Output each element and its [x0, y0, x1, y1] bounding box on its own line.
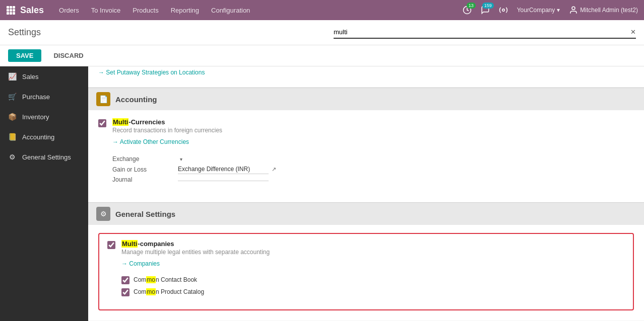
app-brand: Sales — [20, 5, 44, 16]
navbar-right: 13 159 YourCompany ▾ Mitchell Admin (tes… — [463, 6, 638, 15]
content-area: → Set Putaway Strategies on Locations 📄 … — [88, 66, 644, 321]
general-settings-icon: ⚙ — [7, 152, 17, 162]
sidebar-item-general-settings[interactable]: ⚙ General Settings — [0, 147, 88, 167]
common-product-highlight: mo — [146, 288, 156, 295]
svg-point-10 — [502, 9, 504, 12]
general-settings-block: Multi-companies Manage multiple legal en… — [88, 225, 644, 320]
general-settings-section-icon: ⚙ — [96, 207, 110, 221]
accounting-section: 📄 Accounting Multi-Currencies Record tra… — [88, 88, 644, 202]
multi-currencies-highlight: Multi — [112, 118, 128, 126]
purchase-icon: 🛒 — [7, 92, 17, 102]
top-nav: Orders To Invoice Products Reporting Con… — [54, 5, 463, 16]
multi-companies-highlight-box: Multi-companies Manage multiple legal en… — [98, 233, 634, 310]
activity-icon[interactable]: 13 — [463, 6, 472, 15]
common-contact-highlight: mo — [146, 276, 156, 283]
general-settings-section: ⚙ General Settings Multi-companies Manag… — [88, 202, 644, 320]
grid-menu-icon[interactable] — [6, 6, 15, 15]
discard-button[interactable]: DISCARD — [45, 49, 91, 62]
gain-or-loss-row: Gain or Loss Exchange Difference (INR) ↗ — [112, 165, 634, 174]
general-settings-section-title: General Settings — [115, 210, 175, 218]
search-input[interactable] — [334, 26, 630, 38]
sidebar-item-inventory[interactable]: 📦 Inventory — [0, 107, 88, 127]
multi-companies-title-suffix: -companies — [138, 240, 174, 248]
svg-rect-2 — [13, 6, 15, 9]
user-menu[interactable]: Mitchell Admin (test2) — [569, 6, 638, 15]
journal-value[interactable] — [178, 179, 269, 181]
svg-rect-8 — [13, 12, 15, 15]
general-settings-section-header: ⚙ General Settings — [88, 202, 644, 225]
journal-label: Journal — [112, 176, 178, 183]
svg-rect-4 — [10, 9, 12, 12]
multi-companies-row: Multi-companies Manage multiple legal en… — [107, 240, 625, 296]
exchange-dropdown-arrow[interactable]: ▾ — [180, 156, 182, 162]
sidebar-item-purchase[interactable]: 🛒 Purchase — [0, 87, 88, 107]
external-link-icon[interactable]: ↗ — [272, 166, 276, 173]
search-icon: ✕ — [630, 28, 636, 36]
company-name: YourCompany — [517, 7, 555, 14]
accounting-icon: 📒 — [7, 132, 17, 142]
apps-icon[interactable] — [499, 6, 508, 15]
companies-link[interactable]: → Companies — [121, 260, 160, 267]
messages-icon[interactable]: 159 — [481, 6, 490, 15]
nav-products[interactable]: Products — [127, 5, 163, 16]
svg-rect-7 — [10, 12, 12, 15]
exchange-fields: Exchange ▾ Gain or Loss Exchange Differe… — [112, 155, 634, 183]
sidebar-item-general-settings-label: General Settings — [22, 153, 71, 161]
navbar: Sales Orders To Invoice Products Reporti… — [0, 0, 644, 20]
multi-currencies-row: Multi-Currencies Record transactions in … — [98, 118, 634, 185]
sidebar-item-accounting[interactable]: 📒 Accounting — [0, 127, 88, 147]
common-contact-book-checkbox[interactable] — [121, 276, 130, 284]
svg-rect-6 — [7, 12, 9, 15]
nav-to-invoice[interactable]: To Invoice — [86, 5, 126, 16]
messages-badge: 159 — [482, 3, 494, 9]
nav-orders[interactable]: Orders — [54, 5, 84, 16]
accounting-section-title: Accounting — [115, 95, 157, 104]
activate-currencies-link[interactable]: → Activate Other Currencies — [112, 138, 189, 145]
nav-configuration[interactable]: Configuration — [206, 5, 255, 16]
multi-companies-checkbox[interactable] — [107, 241, 115, 249]
sidebar-item-accounting-label: Accounting — [22, 133, 54, 141]
page-title: Settings — [8, 27, 41, 38]
svg-point-11 — [572, 7, 575, 10]
common-product-catalog-item: Common Product Catalog — [121, 287, 625, 296]
exchange-label-row: Exchange ▾ — [112, 155, 634, 163]
svg-rect-5 — [13, 9, 15, 12]
common-contact-book-item: Common Contact Book — [121, 275, 625, 284]
top-arrow-area: → Set Putaway Strategies on Locations — [88, 66, 644, 88]
inventory-icon: 📦 — [7, 112, 17, 122]
save-button[interactable]: SAVE — [8, 49, 41, 62]
common-product-catalog-checkbox[interactable] — [121, 288, 130, 296]
multi-currencies-title-suffix: -Currencies — [128, 118, 165, 126]
settings-header: Settings ✕ — [0, 20, 644, 45]
multi-companies-content: Multi-companies Manage multiple legal en… — [121, 240, 625, 296]
sidebar: 📈 Sales 🛒 Purchase 📦 Inventory 📒 Account… — [0, 66, 88, 321]
putaway-strategies-link[interactable]: → Set Putaway Strategies on Locations — [98, 69, 205, 76]
multi-currencies-desc: Record transactions in foreign currencie… — [112, 127, 634, 134]
accounting-section-icon: 📄 — [96, 92, 110, 106]
multi-currencies-title: Multi-Currencies — [112, 118, 634, 126]
sidebar-item-inventory-label: Inventory — [22, 113, 49, 121]
sales-icon: 📈 — [7, 71, 17, 82]
accounting-settings-block: Multi-Currencies Record transactions in … — [88, 110, 644, 202]
gain-or-loss-value: Exchange Difference (INR) ↗ — [178, 165, 276, 174]
nav-reporting[interactable]: Reporting — [166, 5, 204, 16]
search-bar: ✕ — [334, 26, 636, 39]
accounting-section-header: 📄 Accounting — [88, 88, 644, 110]
svg-rect-1 — [10, 6, 12, 9]
exchange-label: Exchange — [112, 155, 178, 163]
multi-currencies-checkbox[interactable] — [98, 119, 106, 127]
activity-badge: 13 — [467, 3, 476, 9]
common-contact-book-label: Common Contact Book — [134, 276, 197, 283]
sidebar-item-sales[interactable]: 📈 Sales — [0, 66, 88, 87]
svg-rect-0 — [7, 6, 9, 9]
sidebar-item-sales-label: Sales — [22, 73, 39, 81]
journal-row: Journal — [112, 176, 634, 183]
toolbar: SAVE DISCARD — [0, 45, 644, 66]
multi-companies-desc: Manage multiple legal entities with sepa… — [121, 249, 625, 256]
svg-rect-3 — [7, 9, 9, 12]
company-switcher[interactable]: YourCompany ▾ — [517, 7, 560, 14]
multi-companies-title: Multi-companies — [121, 240, 625, 248]
exchange-difference-text: Exchange Difference (INR) — [178, 165, 269, 174]
gain-or-loss-label: Gain or Loss — [112, 166, 178, 173]
sidebar-item-purchase-label: Purchase — [22, 93, 50, 101]
